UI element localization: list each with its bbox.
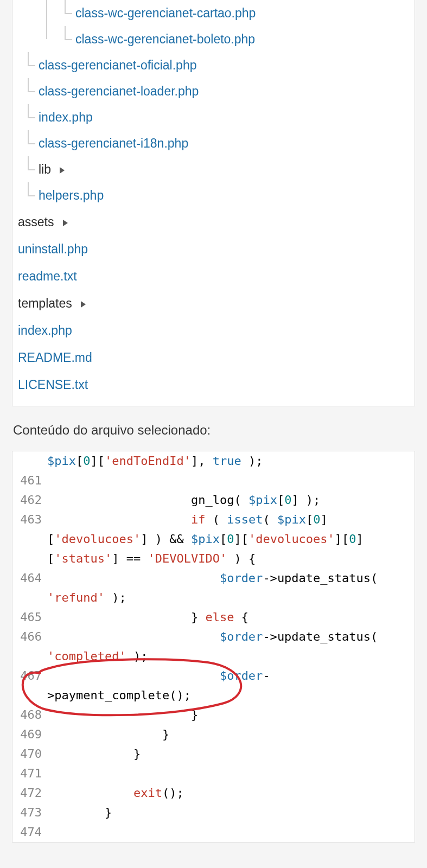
line-content — [47, 471, 415, 490]
line-content: } — [47, 744, 415, 764]
folder-item-lib[interactable]: lib — [20, 156, 415, 182]
file-link: helpers.php — [39, 188, 104, 202]
line-number: 465 — [12, 608, 47, 627]
file-link[interactable]: LICENSE.txt — [18, 378, 88, 392]
code-line: 463 if ( isset( $pix[0]['devolucoes'] ) … — [12, 510, 415, 569]
code-line: 466 $order->update_status( 'completed' )… — [12, 627, 415, 666]
line-number: 462 — [12, 490, 47, 510]
caret-right-icon — [62, 219, 68, 227]
file-tree-item[interactable]: uninstall.php — [12, 235, 415, 263]
code-line: 461 — [12, 471, 415, 490]
caret-right-icon — [80, 301, 86, 308]
file-tree: class-wc-gerencianet-cartao.php class-wc… — [12, 0, 415, 406]
file-link[interactable]: uninstall.php — [18, 242, 88, 256]
line-number: 464 — [12, 569, 47, 588]
file-tree-item[interactable]: README.md — [12, 344, 415, 371]
code-line: 462 gn_log( $pix[0] ); — [12, 490, 415, 510]
file-tree-item[interactable]: class-gerencianet-oficial.php — [20, 52, 415, 78]
line-number: 470 — [12, 744, 47, 764]
file-tree-item[interactable]: LICENSE.txt — [12, 371, 415, 398]
file-tree-item[interactable]: index.php — [12, 317, 415, 344]
line-content: gn_log( $pix[0] ); — [47, 490, 415, 510]
file-link: index.php — [39, 110, 93, 124]
file-link: class-wc-gerencianet-boleto.php — [75, 32, 255, 46]
line-content: exit(); — [47, 783, 415, 803]
folder-label: assets — [18, 215, 54, 229]
file-tree-item[interactable]: readme.txt — [12, 263, 415, 290]
folder-label: lib — [39, 162, 51, 176]
line-content: } — [47, 803, 415, 822]
line-number: 467 — [12, 666, 47, 686]
line-number: 461 — [12, 471, 47, 490]
file-link[interactable]: README.md — [18, 350, 92, 365]
code-viewer: $pix[0]['endToEndId'], true );461 462 gn… — [12, 451, 415, 843]
file-tree-item[interactable]: class-wc-gerencianet-cartao.php — [57, 0, 415, 26]
code-line: 464 $order->update_status( 'refund' ); — [12, 569, 415, 608]
line-number: 474 — [12, 822, 47, 842]
line-number: 466 — [12, 627, 47, 647]
file-tree-item[interactable]: index.php — [20, 104, 415, 130]
folder-item-assets[interactable]: assets — [12, 208, 415, 235]
line-content: if ( isset( $pix[0]['devolucoes'] ) && $… — [47, 510, 415, 569]
folder-item-templates[interactable]: templates — [12, 290, 415, 317]
code-line: 474 — [12, 822, 415, 842]
line-content — [47, 764, 415, 783]
line-content: $pix[0]['endToEndId'], true ); — [47, 451, 415, 471]
file-link: class-gerencianet-oficial.php — [39, 58, 197, 72]
file-tree-item[interactable]: helpers.php — [20, 182, 415, 208]
line-content: } — [47, 725, 415, 744]
line-content: } else { — [47, 608, 415, 627]
line-number: 471 — [12, 764, 47, 783]
line-content — [47, 822, 415, 842]
section-title: Conteúdo do arquivo selecionado: — [13, 423, 415, 438]
line-number: 463 — [12, 510, 47, 529]
line-content: } — [47, 705, 415, 725]
code-line: 467 $order->payment_complete(); — [12, 666, 415, 705]
line-number: 472 — [12, 783, 47, 803]
code-line: $pix[0]['endToEndId'], true ); — [12, 451, 415, 471]
line-number: 469 — [12, 725, 47, 744]
code-line: 473 } — [12, 803, 415, 822]
file-tree-item[interactable]: class-gerencianet-i18n.php — [20, 130, 415, 156]
line-content: $order->update_status( 'refund' ); — [47, 569, 415, 608]
line-content: $order->update_status( 'completed' ); — [47, 627, 415, 666]
file-tree-item[interactable]: class-gerencianet-loader.php — [20, 78, 415, 104]
folder-label: templates — [18, 296, 72, 310]
file-link: class-gerencianet-loader.php — [39, 84, 199, 98]
code-line: 470 } — [12, 744, 415, 764]
line-number: 468 — [12, 705, 47, 725]
line-number: 473 — [12, 803, 47, 822]
code-line: 472 exit(); — [12, 783, 415, 803]
file-link: class-wc-gerencianet-cartao.php — [75, 6, 256, 20]
caret-right-icon — [59, 167, 65, 174]
file-link[interactable]: readme.txt — [18, 269, 77, 283]
svg-marker-1 — [63, 220, 68, 226]
code-line: 471 — [12, 764, 415, 783]
file-tree-item[interactable]: class-wc-gerencianet-boleto.php — [57, 26, 415, 52]
file-link: class-gerencianet-i18n.php — [39, 136, 188, 150]
code-line: 468 } — [12, 705, 415, 725]
code-line: 469 } — [12, 725, 415, 744]
line-content: $order->payment_complete(); — [47, 666, 415, 705]
code-line: 465 } else { — [12, 608, 415, 627]
file-link[interactable]: index.php — [18, 323, 72, 337]
svg-marker-0 — [60, 167, 65, 174]
svg-marker-2 — [81, 301, 86, 308]
